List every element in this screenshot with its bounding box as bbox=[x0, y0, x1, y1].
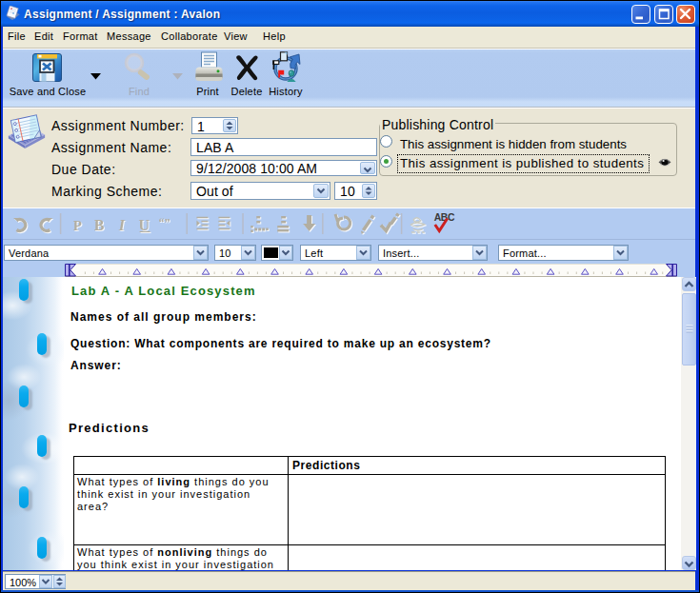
svg-text:P: P bbox=[73, 218, 82, 233]
svg-text:U: U bbox=[139, 217, 150, 233]
svg-text:B: B bbox=[94, 217, 105, 233]
svg-text:“”: “” bbox=[159, 216, 170, 229]
svg-text:I: I bbox=[118, 217, 126, 233]
